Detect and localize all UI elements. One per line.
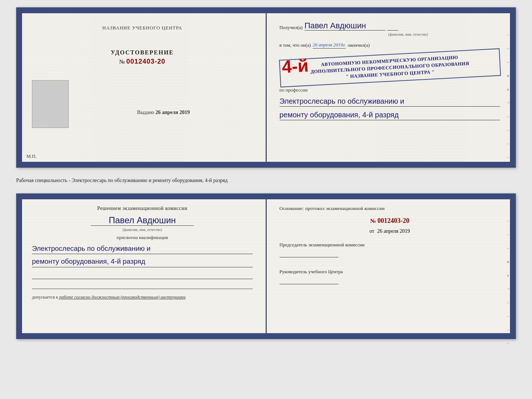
top-right-page: Получил(а) Павел Авдюшин (фамилия, имя, … — [267, 10, 513, 165]
predsedatel-block: Председатель экзаменационной комиссии — [280, 242, 500, 257]
poluchil-label: Получил(а) — [280, 25, 303, 31]
mp-label: М.П. — [26, 153, 36, 159]
okoncil-label: окончил(а) — [348, 42, 370, 48]
qualification-line1: Электрослесарь по обслуживанию и — [32, 243, 253, 254]
bottom-side-dashes: – – – и а ← – – – – — [507, 218, 511, 345]
recipient-row: Получил(а) Павел Авдюшин — [280, 21, 500, 31]
empty-lines — [32, 271, 253, 289]
resheniem-label: Решением экзаменационной комиссии — [32, 206, 253, 211]
rukovoditel-signature-line — [280, 277, 338, 284]
vtom-label: в том, что он(а) — [280, 42, 311, 48]
recipient-name: Павел Авдюшин — [305, 21, 385, 31]
separator-text: Рабочая специальность - Электрослесарь п… — [16, 175, 516, 186]
ot-row: от 26 апреля 2019 — [280, 228, 500, 234]
bottom-left-page: Решением экзаменационной комиссии Павел … — [19, 196, 267, 336]
bottom-document: Решением экзаменационной комиссии Павел … — [16, 193, 516, 339]
ot-date: 26 апреля 2019 — [377, 228, 410, 234]
udostoverenie-number: 0012403-20 — [126, 58, 165, 65]
proto-number: 0012403-20 — [377, 217, 409, 224]
name-hint-top: (фамилия, имя, отчество) — [316, 32, 500, 36]
udostoverenie-title: УДОСТОВЕРЕНИЕ — [111, 49, 174, 56]
dopuskaetsya-value: работе согласно должностным (производств… — [59, 295, 186, 300]
profession-line2: ремонту оборудования, 4-й разряд — [280, 110, 500, 120]
profession-line1: Электрослесарь по обслуживанию и — [280, 96, 500, 107]
stamp-block: 4-й АВТОНОМНУЮ НЕКОММЕРЧЕСКУЮ ОРГАНИЗАЦИ… — [279, 49, 501, 88]
empty-line-2 — [32, 281, 253, 289]
top-left-page: НАЗВАНИЕ УЧЕБНОГО ЦЕНТРА УДОСТОВЕРЕНИЕ №… — [19, 10, 267, 165]
vydano-date: 26 апреля 2019 — [155, 110, 190, 115]
photo-placeholder — [32, 80, 69, 128]
date-filled: 26 апреля 2019г. — [313, 42, 346, 49]
vydano-line: Выдано 26 апреля 2019 — [74, 110, 253, 115]
predsedatel-signature-line — [280, 250, 338, 257]
po-professii-label: по профессии — [280, 87, 500, 93]
bottom-right-page: Основание: протокол экзаменационной коми… — [267, 196, 513, 336]
vydano-label: Выдано — [137, 110, 154, 115]
dopuskaetsya-text: допускается к работе согласно должностны… — [32, 295, 253, 300]
top-document: НАЗВАНИЕ УЧЕБНОГО ЦЕНТРА УДОСТОВЕРЕНИЕ №… — [16, 7, 516, 168]
center-name-label: НАЗВАНИЕ УЧЕБНОГО ЦЕНТРА — [103, 25, 182, 31]
osnovanie-label: Основание: протокол экзаменационной коми… — [280, 206, 500, 211]
ot-prefix: от — [370, 228, 374, 234]
dash-after-name — [387, 30, 398, 31]
proto-row: № 0012403-20 — [280, 217, 500, 225]
empty-line-1 — [32, 271, 253, 279]
number-prefix: № — [119, 58, 126, 65]
vtom-row: в том, что он(а) 26 апреля 2019г. окончи… — [280, 42, 500, 49]
predsedatel-label: Председатель экзаменационной комиссии — [280, 242, 500, 248]
rukovoditel-label: Руководитель учебного Центра — [280, 268, 500, 275]
proto-prefix: № — [370, 218, 377, 224]
bottom-name-hint: (фамилия, имя, отчество) — [32, 228, 253, 232]
prisvoena-label: присвоена квалификация — [32, 235, 253, 241]
qualification-line2: ремонту оборудования, 4-й разряд — [32, 256, 253, 267]
rukovoditel-block: Руководитель учебного Центра — [280, 268, 500, 284]
separator-content: Рабочая специальность - Электрослесарь п… — [16, 178, 228, 183]
bottom-person-name: Павел Авдюшин — [91, 215, 194, 226]
side-dashes: – – – и а ← – – – – — [507, 32, 511, 159]
razryad-big: 4-й — [281, 56, 309, 77]
dopuskaetsya-prefix: допускается к — [32, 295, 58, 300]
